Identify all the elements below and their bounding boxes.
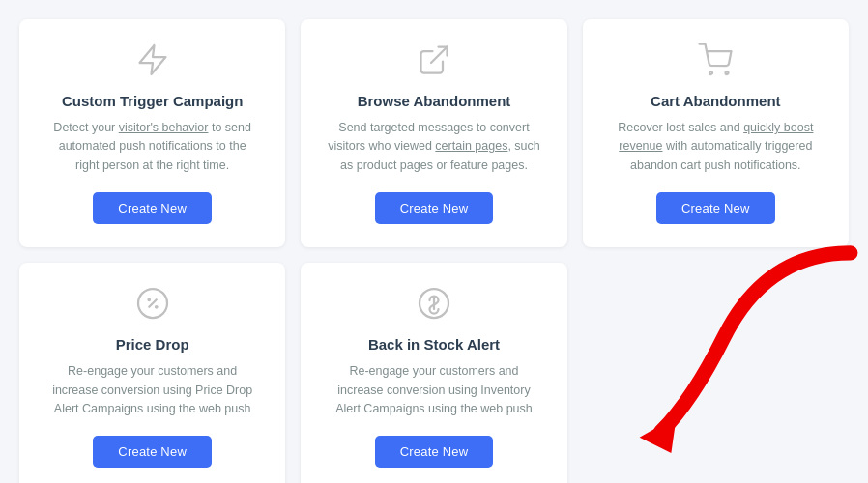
main-grid: Custom Trigger Campaign Detect your visi… <box>0 0 868 483</box>
dollar-icon <box>417 286 451 325</box>
card-cart-abandonment-desc: Recover lost sales and quickly boost rev… <box>609 119 822 175</box>
card-cart-abandonment-title: Cart Abandonment <box>651 93 780 109</box>
bolt-icon <box>135 43 170 81</box>
svg-point-5 <box>148 299 150 301</box>
link-external-icon <box>417 43 451 81</box>
create-new-price-drop-button[interactable]: Create New <box>93 436 212 468</box>
card-cart-abandonment: Cart Abandonment Recover lost sales and … <box>583 19 849 247</box>
create-new-back-in-stock-button[interactable]: Create New <box>375 436 494 468</box>
create-new-custom-trigger-button[interactable]: Create New <box>93 192 212 224</box>
card-price-drop: Price Drop Re-engage your customers and … <box>19 263 285 483</box>
card-custom-trigger-desc: Detect your visitor's behavior to send a… <box>46 119 259 175</box>
card-back-in-stock-desc: Re-engage your customers and increase co… <box>328 362 540 418</box>
create-new-cart-abandonment-button[interactable]: Create New <box>656 192 775 224</box>
card-custom-trigger-title: Custom Trigger Campaign <box>62 93 244 109</box>
svg-line-0 <box>431 47 448 64</box>
row-1: Custom Trigger Campaign Detect your visi… <box>19 19 849 247</box>
svg-point-1 <box>709 71 712 74</box>
card-back-in-stock-title: Back in Stock Alert <box>368 336 500 353</box>
create-new-browse-abandonment-button[interactable]: Create New <box>375 192 494 224</box>
card-empty <box>583 263 849 483</box>
svg-point-6 <box>156 306 158 308</box>
card-price-drop-title: Price Drop <box>116 336 189 353</box>
card-browse-abandonment-title: Browse Abandonment <box>358 93 511 109</box>
row-2: Price Drop Re-engage your customers and … <box>19 263 849 483</box>
cart-icon <box>698 43 733 81</box>
card-back-in-stock: Back in Stock Alert Re-engage your custo… <box>301 263 566 483</box>
svg-point-2 <box>726 71 729 74</box>
card-price-drop-desc: Re-engage your customers and increase co… <box>46 362 259 418</box>
page-wrapper: Custom Trigger Campaign Detect your visi… <box>0 0 868 483</box>
card-browse-abandonment-desc: Send targeted messages to convert visito… <box>328 119 540 175</box>
percent-icon <box>135 286 170 325</box>
card-browse-abandonment: Browse Abandonment Send targeted message… <box>301 19 566 247</box>
card-custom-trigger: Custom Trigger Campaign Detect your visi… <box>19 19 285 247</box>
